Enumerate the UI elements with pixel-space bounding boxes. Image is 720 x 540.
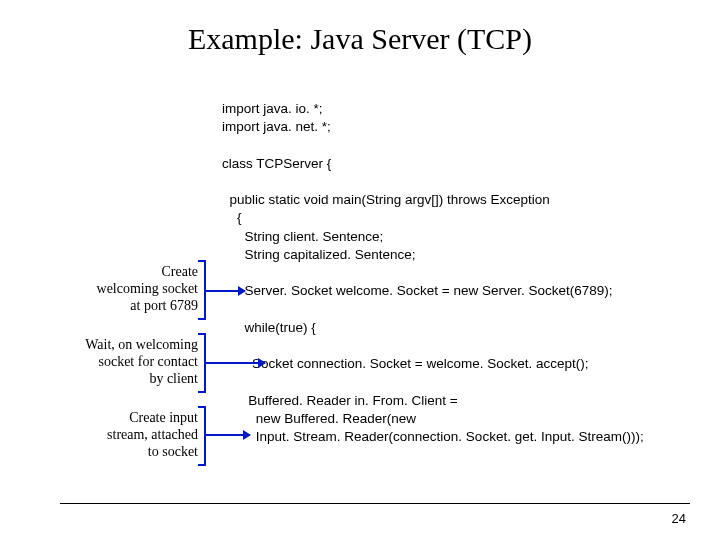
bracket-icon — [198, 406, 206, 466]
annotation-line: socket for contact — [98, 354, 198, 369]
arrow-icon — [205, 362, 265, 364]
code-line: Buffered. Reader in. From. Client = — [222, 393, 458, 408]
annotation-line: Create — [161, 264, 198, 279]
divider — [60, 503, 690, 504]
annotation-line: by client — [149, 371, 198, 386]
annotation-line: Create input — [129, 410, 198, 425]
code-line: { — [222, 210, 242, 225]
annotations: Create welcoming socket at port 6789 Wai… — [0, 0, 202, 540]
slide: Example: Java Server (TCP) import java. … — [0, 0, 720, 540]
annotation-welcoming-socket: Create welcoming socket at port 6789 — [46, 262, 202, 316]
code-line: import java. net. *; — [222, 119, 331, 134]
arrow-icon — [205, 290, 245, 292]
annotation-line: Wait, on welcoming — [85, 337, 198, 352]
code-line: Input. Stream. Reader(connection. Socket… — [222, 429, 644, 444]
code-line: class TCPServer { — [222, 156, 331, 171]
code-line: new Buffered. Reader(new — [222, 411, 416, 426]
code-line: import java. io. *; — [222, 101, 323, 116]
arrow-icon — [205, 434, 250, 436]
annotation-input-stream: Create input stream, attached to socket — [46, 408, 202, 462]
code-line: String capitalized. Sentence; — [222, 247, 416, 262]
code-line: public static void main(String argv[]) t… — [222, 192, 550, 207]
annotation-line: welcoming socket — [97, 281, 198, 296]
annotation-line: to socket — [148, 444, 198, 459]
code-block: import java. io. *; import java. net. *;… — [222, 100, 702, 446]
code-line: while(true) { — [222, 320, 316, 335]
annotation-line: stream, attached — [107, 427, 198, 442]
code-line: String client. Sentence; — [222, 229, 383, 244]
annotation-line: at port 6789 — [130, 298, 198, 313]
page-number: 24 — [672, 511, 686, 526]
annotation-wait-socket: Wait, on welcoming socket for contact by… — [21, 335, 202, 389]
code-line: Socket connection. Socket = welcome. Soc… — [222, 356, 589, 371]
code-line: Server. Socket welcome. Socket = new Ser… — [222, 283, 613, 298]
